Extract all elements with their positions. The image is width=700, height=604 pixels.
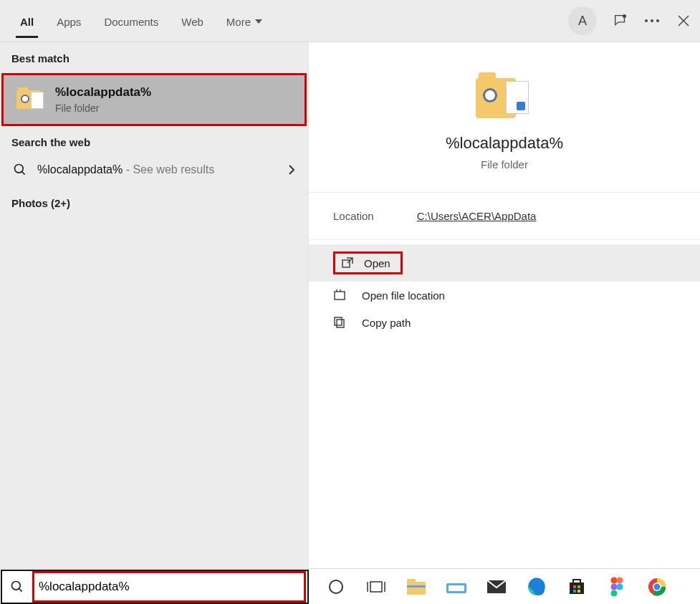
open-highlight: Open: [333, 251, 403, 274]
svg-point-35: [611, 590, 618, 596]
action-open[interactable]: Open: [309, 244, 700, 282]
svg-rect-28: [577, 585, 580, 588]
close-icon[interactable]: [676, 13, 691, 29]
preview-header: %localappdata% File folder: [309, 42, 700, 192]
action-copy-path-label: Copy path: [362, 317, 411, 329]
svg-rect-20: [407, 579, 416, 583]
search-input[interactable]: [34, 577, 304, 597]
file-explorer-icon[interactable]: [405, 575, 428, 598]
svg-point-38: [654, 583, 661, 590]
search-box[interactable]: [1, 570, 309, 604]
chevron-right-icon: [288, 164, 295, 176]
location-row: Location C:\Users\ACER\AppData: [309, 192, 700, 240]
svg-point-2: [651, 19, 653, 22]
chevron-down-icon: [255, 19, 262, 24]
tab-web[interactable]: Web: [177, 4, 208, 38]
folder-location-icon: [333, 289, 346, 302]
svg-point-1: [645, 19, 648, 22]
results-panel: Best match %localappdata% File folder Se…: [0, 42, 308, 568]
feedback-icon[interactable]: [613, 13, 628, 29]
svg-rect-16: [370, 582, 382, 592]
tab-more-label: More: [226, 16, 251, 28]
action-open-location-label: Open file location: [362, 289, 445, 302]
best-match-title: %localappdata%: [55, 85, 151, 100]
svg-line-14: [19, 589, 22, 592]
filter-tabs: All Apps Documents Web More: [16, 4, 267, 38]
taskbar-icons: [309, 575, 700, 598]
search-body: Best match %localappdata% File folder Se…: [0, 42, 700, 568]
tab-apps[interactable]: Apps: [52, 4, 85, 38]
taskbar: [0, 568, 700, 604]
search-icon: [13, 163, 27, 177]
svg-rect-12: [335, 317, 342, 325]
svg-point-6: [15, 165, 24, 173]
preview-panel: %localappdata% File folder Location C:\U…: [308, 42, 700, 568]
web-result-query: %localappdata%: [37, 163, 123, 176]
svg-rect-29: [573, 590, 576, 593]
copy-icon: [333, 316, 346, 329]
folder-icon: [16, 87, 44, 112]
more-icon[interactable]: [644, 13, 660, 29]
location-label: Location: [333, 210, 374, 222]
search-web-label: Search the web: [0, 126, 308, 154]
svg-rect-21: [407, 585, 426, 588]
svg-point-31: [611, 577, 618, 583]
search-icon: [2, 580, 32, 594]
svg-point-33: [611, 583, 618, 590]
task-view-icon[interactable]: [365, 575, 388, 598]
best-match-result[interactable]: %localappdata% File folder: [1, 73, 307, 126]
figma-icon[interactable]: [605, 575, 628, 598]
svg-rect-11: [337, 320, 344, 327]
tab-more[interactable]: More: [222, 4, 267, 38]
mail-icon[interactable]: [485, 575, 508, 598]
action-open-location[interactable]: Open file location: [309, 282, 700, 309]
cortana-icon[interactable]: [325, 575, 347, 598]
folder-icon: [476, 71, 533, 121]
keyboard-icon[interactable]: [445, 575, 468, 598]
avatar[interactable]: A: [568, 6, 597, 35]
action-open-label: Open: [364, 257, 390, 269]
best-match-label: Best match: [0, 42, 308, 70]
search-highlight: [32, 571, 306, 603]
store-icon[interactable]: [565, 575, 588, 598]
chrome-icon[interactable]: [646, 575, 668, 598]
svg-rect-27: [573, 585, 576, 588]
edge-icon[interactable]: [525, 575, 548, 598]
svg-line-7: [22, 172, 25, 175]
preview-title: %localappdata%: [446, 134, 563, 153]
svg-rect-30: [577, 590, 580, 593]
svg-point-32: [617, 577, 623, 583]
svg-point-13: [12, 582, 21, 590]
search-header: All Apps Documents Web More A: [0, 0, 700, 42]
tab-documents[interactable]: Documents: [100, 4, 163, 38]
photos-section[interactable]: Photos (2+): [0, 186, 308, 221]
web-result-suffix: - See web results: [123, 163, 214, 176]
action-copy-path[interactable]: Copy path: [309, 309, 700, 336]
header-actions: A: [568, 6, 691, 35]
actions-list: Open Open file location Copy path: [309, 240, 700, 336]
tab-all[interactable]: All: [16, 4, 38, 38]
best-match-subtitle: File folder: [55, 102, 151, 114]
open-icon: [341, 257, 354, 269]
web-result-text: %localappdata% - See web results: [37, 163, 214, 176]
svg-point-3: [656, 19, 659, 22]
best-match-text: %localappdata% File folder: [55, 85, 151, 114]
svg-point-0: [623, 15, 626, 18]
preview-subtitle: File folder: [481, 158, 528, 171]
svg-point-34: [617, 583, 623, 590]
svg-rect-23: [449, 585, 464, 591]
svg-rect-19: [407, 582, 426, 595]
svg-rect-26: [570, 583, 584, 594]
web-result-row[interactable]: %localappdata% - See web results: [0, 154, 308, 186]
location-value[interactable]: C:\Users\ACER\AppData: [417, 210, 537, 222]
svg-point-15: [330, 580, 342, 593]
svg-rect-10: [335, 292, 345, 299]
